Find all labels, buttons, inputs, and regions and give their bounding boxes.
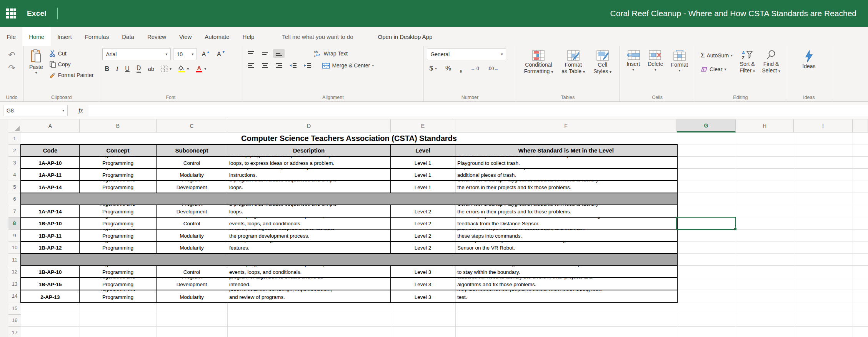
tab-help[interactable]: Help xyxy=(236,27,261,46)
row-header-12[interactable]: 12 xyxy=(8,266,21,278)
comma-button[interactable]: , xyxy=(457,65,465,72)
cell-styles-button[interactable]: CellStyles ▾ xyxy=(591,49,614,93)
decrease-indent-button[interactable] xyxy=(287,61,299,70)
format-as-table-button[interactable]: Formatas Table ▾ xyxy=(559,49,587,93)
column-header-d[interactable]: D xyxy=(227,119,391,132)
cell-where[interactable]: Coral Reef Cleanup Playground, students … xyxy=(455,205,677,217)
cell-where[interactable]: loops into commands, as they drive the V… xyxy=(455,169,677,181)
cell-level[interactable]: Level 2 xyxy=(391,230,455,241)
autosum-button[interactable]: Σ AutoSum ▾ xyxy=(698,50,735,61)
cell-description[interactable]: Create programs that include sequences,e… xyxy=(227,218,391,229)
cell-code[interactable]: 1B-AP-11 xyxy=(21,230,80,241)
align-top-button[interactable] xyxy=(245,49,257,58)
cell-description[interactable]: Create programs that include sequences,e… xyxy=(227,266,391,278)
cell-description[interactable]: Develop programs with sequences and simp… xyxy=(227,157,391,168)
font-family-dropdown[interactable]: Arial ▾ xyxy=(102,49,171,60)
format-painter-button[interactable]: Format Painter xyxy=(47,70,96,80)
cell-code[interactable]: 2-AP-13 xyxy=(21,290,80,303)
cell-description[interactable]: a program that includes sequences and si… xyxy=(227,181,391,193)
delete-cells-button[interactable]: Delete ▾ xyxy=(645,49,665,93)
column-header-h[interactable]: H xyxy=(736,119,794,132)
cell-code[interactable]: 1B-AP-10 xyxy=(21,266,80,278)
app-launcher-icon[interactable] xyxy=(6,8,16,18)
undo-icon[interactable]: ↶ xyxy=(6,49,17,62)
align-left-button[interactable] xyxy=(245,61,257,70)
cell-code[interactable]: 1B-AP-10 xyxy=(21,218,80,229)
cell-code[interactable]: 1A-AP-14 xyxy=(21,205,80,217)
selected-cell-g8[interactable] xyxy=(676,217,736,230)
cell-code[interactable]: 1B-AP-12 xyxy=(21,242,80,253)
cell-subconcept[interactable]: ProgramDevelopment xyxy=(157,181,227,193)
fx-icon[interactable]: fx xyxy=(73,105,88,116)
currency-button[interactable]: $▾ xyxy=(427,63,439,74)
formula-input[interactable] xyxy=(88,105,868,116)
column-header-b[interactable]: B xyxy=(80,119,157,132)
merge-center-button[interactable]: Merge & Center ▾ xyxy=(320,61,376,70)
decrease-decimal-button[interactable]: .00→ xyxy=(485,64,501,73)
borders-button[interactable]: ▾ xyxy=(159,64,174,74)
number-format-dropdown[interactable]: General ▾ xyxy=(427,49,506,60)
row-header-11[interactable]: 11 xyxy=(8,254,21,266)
cell-code[interactable]: 1A-AP-10 xyxy=(21,157,80,168)
cell-concept[interactable]: Algorithms andProgramming xyxy=(80,205,157,217)
cell-concept[interactable]: Algorithms andProgramming xyxy=(80,278,157,290)
cell-subconcept[interactable]: Control xyxy=(157,218,227,229)
bold-button[interactable]: B xyxy=(102,64,112,74)
cell-description[interactable]: smaller, manageable subproblems to facil… xyxy=(227,230,391,241)
row-header-7[interactable]: 7 xyxy=(8,205,21,218)
header-level[interactable]: Level xyxy=(391,145,455,156)
cell-subconcept[interactable]: ProgramDevelopment xyxy=(157,205,227,217)
cell-subconcept[interactable]: Control xyxy=(157,266,227,278)
tab-insert[interactable]: Insert xyxy=(51,27,78,46)
font-size-dropdown[interactable]: 10 ▾ xyxy=(173,49,197,60)
increase-indent-button[interactable] xyxy=(302,61,314,70)
find-select-button[interactable]: Find &Select ▾ xyxy=(760,49,783,93)
cell-code[interactable]: 1A-AP-14 xyxy=(21,181,80,193)
cell-subconcept[interactable]: Modularity xyxy=(157,242,227,253)
cell-concept[interactable]: Algorithms andProgramming xyxy=(80,290,157,303)
cell-concept[interactable]: Algorithms andProgramming xyxy=(80,242,157,253)
row-header-16[interactable]: 16 xyxy=(8,315,21,327)
underline-button[interactable]: U xyxy=(123,64,132,74)
cell-subconcept[interactable]: Modularity xyxy=(157,169,227,181)
cell-description[interactable]: parts to facilitate the design, implemen… xyxy=(227,290,391,303)
tab-automate[interactable]: Automate xyxy=(198,27,236,46)
decrease-font-button[interactable]: A▼ xyxy=(215,49,228,59)
cell-concept[interactable]: Algorithms andProgramming xyxy=(80,218,157,229)
cell-subconcept[interactable]: Modularity xyxy=(157,230,227,241)
header-concept[interactable]: Concept xyxy=(80,145,157,156)
column-header-c[interactable]: C xyxy=(157,119,227,132)
cut-button[interactable]: Cut xyxy=(47,49,96,59)
cell-where[interactable]: the VEXcode VR around the Coral Reef Cle… xyxy=(455,157,677,168)
cell-where[interactable]: they can iterate on the project to colle… xyxy=(455,290,677,303)
cell-concept[interactable]: Algorithms andProgramming xyxy=(80,230,157,241)
row-header-10[interactable]: 10 xyxy=(8,242,21,254)
cell-code[interactable]: 1B-AP-15 xyxy=(21,278,80,290)
font-color-button[interactable]: A ▾ xyxy=(193,64,208,74)
select-all-corner[interactable] xyxy=(8,119,21,132)
tab-file[interactable]: File xyxy=(0,27,22,46)
ideas-button[interactable]: Ideas xyxy=(800,49,818,71)
wrap-text-button[interactable]: abc Wrap Text xyxy=(312,49,350,59)
column-header-g[interactable]: G xyxy=(677,119,736,132)
fill-color-button[interactable]: ▾ xyxy=(176,64,191,74)
cell-description[interactable]: a program that includes sequences and si… xyxy=(227,205,391,217)
row-header-14[interactable]: 14 xyxy=(8,290,21,303)
insert-cells-button[interactable]: Insert ▾ xyxy=(624,49,642,93)
increase-font-button[interactable]: A▲ xyxy=(199,49,212,59)
align-middle-button[interactable] xyxy=(259,49,271,58)
cell-level[interactable]: Level 1 xyxy=(391,181,455,193)
cell-subconcept[interactable]: ProgramDevelopment xyxy=(157,278,227,290)
fill-handle[interactable] xyxy=(734,228,737,231)
row-header-6[interactable]: 6 xyxy=(8,193,21,206)
increase-decimal-button[interactable]: ←.0 xyxy=(468,64,481,73)
cell-level[interactable]: Level 1 xyxy=(391,157,455,168)
row-header-2[interactable]: 2 xyxy=(8,145,21,157)
row-header-17[interactable]: 17 xyxy=(8,327,21,337)
align-bottom-button[interactable] xyxy=(273,49,285,58)
copy-button[interactable]: Copy xyxy=(47,59,96,69)
cell-where[interactable]: that they can modify to collect more tra… xyxy=(455,242,677,253)
header-where[interactable]: Where Standard is Met in the Level xyxy=(455,145,677,156)
cell-description[interactable]: solve a problem into a precise sequence … xyxy=(227,169,391,181)
percent-button[interactable]: % xyxy=(443,63,453,74)
